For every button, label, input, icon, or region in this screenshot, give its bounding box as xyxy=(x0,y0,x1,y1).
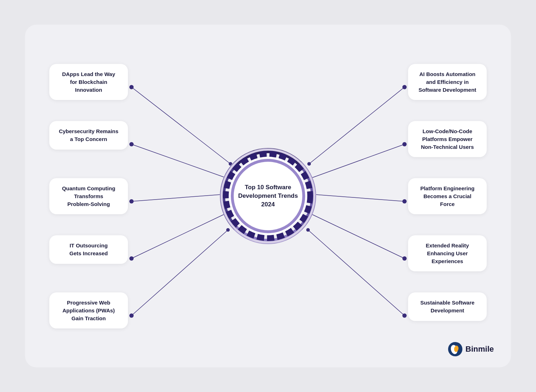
trend-box-l1: DApps Lead the Way for Blockchain Innova… xyxy=(49,64,128,100)
svg-line-17 xyxy=(311,194,405,201)
svg-point-9 xyxy=(402,313,407,318)
svg-line-13 xyxy=(131,214,225,258)
svg-point-2 xyxy=(129,199,134,203)
main-card: Top 10 Software Development Trends 2024 … xyxy=(25,25,511,367)
svg-line-16 xyxy=(311,144,405,178)
svg-point-8 xyxy=(402,256,407,261)
svg-point-1 xyxy=(129,142,134,146)
trend-box-l4: IT Outsourcing Gets Increased xyxy=(49,235,128,264)
svg-point-7 xyxy=(402,199,407,203)
svg-point-5 xyxy=(402,85,407,89)
center-title: Top 10 Software Development Trends 2024 xyxy=(229,180,307,212)
trend-box-l5: Progressive Web Applications (PWAs) Gain… xyxy=(49,292,128,328)
svg-point-3 xyxy=(129,256,134,261)
trend-box-r5: Sustainable Software Development xyxy=(408,292,487,321)
svg-point-6 xyxy=(402,142,407,146)
brand-section: Binmile xyxy=(448,342,494,357)
svg-line-19 xyxy=(308,230,405,316)
svg-point-4 xyxy=(129,313,134,318)
trend-box-r1: AI Boosts Automation and Efficiency in S… xyxy=(408,64,487,100)
svg-line-15 xyxy=(309,87,405,164)
trend-box-l2: Cybersecurity Remains a Top Concern xyxy=(49,121,128,150)
brand-logo-icon xyxy=(448,342,463,357)
trend-box-r2: Low-Code/No-Code Platforms Empower Non-T… xyxy=(408,121,487,157)
brand-name-label: Binmile xyxy=(466,345,494,354)
svg-line-18 xyxy=(311,214,405,258)
center-circle: Top 10 Software Development Trends 2024 xyxy=(229,157,307,235)
svg-point-0 xyxy=(129,85,134,89)
trend-box-l3: Quantum Computing Transforms Problem-Sol… xyxy=(49,178,128,214)
svg-line-10 xyxy=(131,87,230,164)
svg-line-12 xyxy=(131,194,225,201)
svg-line-11 xyxy=(131,144,227,178)
trend-box-r3: Platform Engineering Becomes a Crucial F… xyxy=(408,178,487,214)
trend-box-r4: Extended Reality Enhancing User Experien… xyxy=(408,235,487,271)
svg-line-14 xyxy=(131,230,228,316)
